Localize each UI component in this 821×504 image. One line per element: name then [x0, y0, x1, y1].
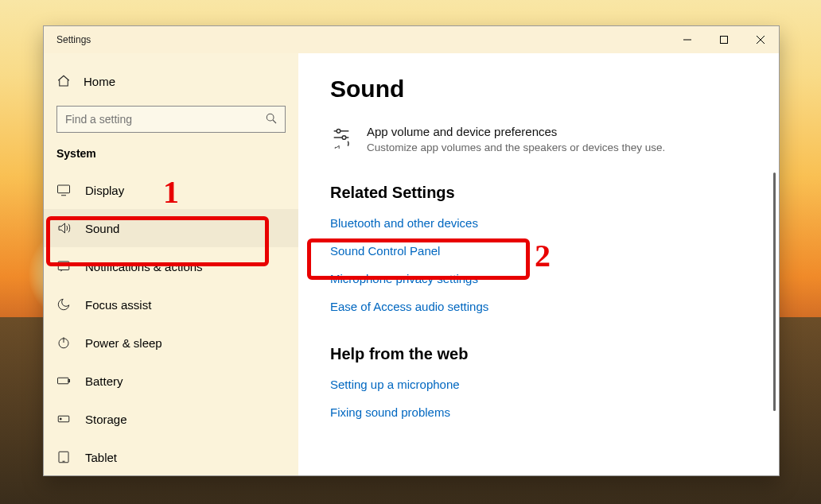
window-title: Settings: [56, 34, 91, 45]
sidebar-item-label: Notifications & actions: [85, 260, 203, 273]
pref-desc: Customize app volumes and the speakers o…: [367, 142, 665, 153]
svg-rect-6: [58, 185, 70, 193]
link-setup-microphone[interactable]: Setting up a microphone: [330, 378, 460, 391]
app-volume-preferences-row[interactable]: App volume and device preferences Custom…: [330, 125, 752, 153]
search-input[interactable]: [56, 106, 286, 133]
content-pane: Sound App volume and device preferences …: [298, 53, 779, 475]
sidebar-item-power-sleep[interactable]: Power & sleep: [44, 324, 298, 362]
help-heading: Help from the web: [330, 345, 752, 363]
sidebar-section-title: System: [56, 147, 286, 160]
svg-line-5: [273, 120, 276, 123]
link-fix-sound[interactable]: Fixing sound problems: [330, 405, 450, 419]
sidebar-item-label: Battery: [85, 374, 123, 388]
minimize-button[interactable]: [669, 26, 706, 53]
titlebar: Settings: [44, 26, 779, 53]
battery-icon: [56, 374, 71, 388]
sidebar-item-label: Storage: [85, 413, 127, 426]
storage-icon: [56, 412, 71, 426]
moon-icon: [56, 297, 71, 312]
sliders-icon: [330, 126, 352, 153]
svg-rect-11: [58, 378, 69, 384]
svg-point-14: [60, 418, 61, 420]
home-label: Home: [84, 75, 115, 88]
sidebar-item-storage[interactable]: Storage: [44, 400, 298, 438]
svg-rect-1: [721, 37, 728, 44]
sound-icon: [56, 221, 71, 235]
sidebar-item-tablet[interactable]: Tablet: [44, 438, 298, 476]
svg-point-18: [337, 130, 340, 134]
sidebar-item-label: Tablet: [85, 451, 117, 464]
window-controls: [669, 26, 779, 53]
page-title: Sound: [330, 76, 752, 103]
tablet-icon: [56, 450, 71, 464]
display-icon: [56, 183, 71, 197]
help-links: Setting up a microphone Fixing sound pro…: [330, 378, 752, 419]
svg-rect-12: [68, 380, 70, 382]
svg-rect-8: [58, 262, 69, 270]
search-icon: [265, 112, 279, 126]
sidebar-item-label: Power & sleep: [85, 336, 162, 350]
sidebar-item-notifications[interactable]: Notifications & actions: [44, 247, 298, 285]
svg-point-20: [342, 136, 346, 140]
sidebar: Home System Display: [44, 53, 298, 475]
sidebar-item-label: Focus assist: [85, 298, 151, 312]
svg-rect-15: [59, 452, 68, 463]
link-ease-of-access-audio[interactable]: Ease of Access audio settings: [330, 300, 488, 313]
sidebar-item-battery[interactable]: Battery: [44, 362, 298, 400]
sidebar-item-label: Sound: [85, 222, 119, 235]
related-links: Bluetooth and other devices Sound Contro…: [330, 216, 752, 313]
sidebar-item-label: Display: [85, 184, 124, 197]
sidebar-item-sound[interactable]: Sound: [44, 209, 298, 247]
sidebar-item-display[interactable]: Display: [44, 171, 298, 209]
sidebar-item-focus-assist[interactable]: Focus assist: [44, 285, 298, 324]
sidebar-nav: Display Sound Notifications & actions: [44, 171, 298, 476]
search-box[interactable]: [56, 106, 286, 133]
home-icon: [56, 74, 71, 88]
maximize-button[interactable]: [706, 26, 742, 53]
close-button[interactable]: [742, 26, 779, 53]
link-microphone-privacy[interactable]: Microphone privacy settings: [330, 272, 478, 285]
link-sound-control-panel[interactable]: Sound Control Panel: [330, 244, 440, 258]
home-nav[interactable]: Home: [56, 66, 286, 96]
power-icon: [56, 335, 71, 350]
settings-window: Settings Home: [43, 25, 780, 476]
notifications-icon: [56, 259, 71, 273]
link-bluetooth-devices[interactable]: Bluetooth and other devices: [330, 216, 478, 230]
pref-title: App volume and device preferences: [367, 125, 665, 138]
scrollbar-thumb[interactable]: [773, 173, 776, 411]
svg-point-4: [267, 114, 274, 121]
related-settings-heading: Related Settings: [330, 184, 752, 202]
